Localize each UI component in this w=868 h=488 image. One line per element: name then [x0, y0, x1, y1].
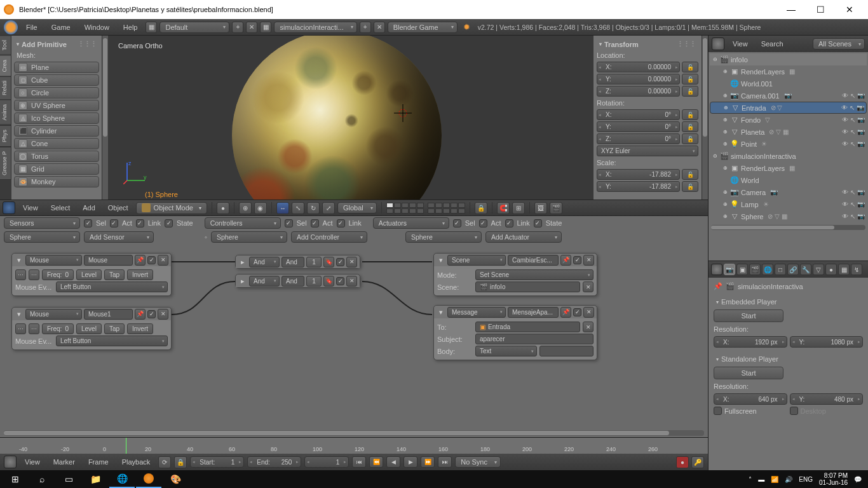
wifi-icon[interactable]: 📶 [771, 476, 778, 483]
scale-y-field[interactable]: Y:-17.882 [597, 181, 680, 192]
render-icon[interactable]: 📷 [857, 92, 865, 99]
pulse-true-icon[interactable]: ⋯ [15, 269, 26, 280]
ctrl-sel-check[interactable] [285, 219, 293, 227]
pulse-false-icon[interactable]: ⋯ [29, 323, 39, 334]
pivot-icon[interactable]: ⊕ [239, 202, 252, 214]
act-state-check[interactable] [534, 219, 542, 227]
vp-menu-add[interactable]: Add [78, 202, 100, 214]
fullscreen-check[interactable] [714, 407, 722, 415]
collapse-icon[interactable]: ▸ [238, 276, 247, 287]
delete-icon[interactable]: ✕ [158, 309, 168, 320]
render-icon[interactable]: 📷 [857, 104, 864, 111]
toolshelf-tab-animation[interactable]: Anima [0, 100, 11, 125]
notifications-icon[interactable]: 💬 [854, 476, 862, 483]
start-frame-field[interactable]: Start:1 [190, 456, 244, 468]
scene-add-icon[interactable]: + [360, 22, 371, 33]
snap-element-icon[interactable]: ⊞ [512, 202, 525, 214]
standalone-start-button[interactable]: Start [714, 367, 783, 379]
embedded-x-field[interactable]: X:1920 px [714, 336, 787, 348]
desktop-check[interactable] [790, 407, 798, 415]
outliner-item[interactable]: ⊖🎬simulacionInteractiva [710, 150, 867, 162]
primitive-uv-sphere-button[interactable]: ⊕UV Sphere [14, 100, 99, 111]
invert-button[interactable]: Invert [127, 269, 153, 280]
texture-tab-icon[interactable]: ▦ [838, 264, 850, 275]
battery-icon[interactable]: ▬ [758, 476, 764, 483]
primitive-torus-button[interactable]: ◯Torus [14, 151, 99, 162]
keyframe-prev-icon[interactable]: ⏪ [369, 456, 383, 468]
pin-icon[interactable]: 📌 [560, 307, 571, 318]
lang-indicator[interactable]: ENG [799, 476, 813, 483]
scale-x-field[interactable]: X:-17.882 [597, 169, 680, 180]
clear-icon[interactable]: ✕ [583, 322, 593, 332]
eye-icon[interactable]: 👁 [841, 104, 848, 111]
chrome-icon[interactable]: 🌐 [109, 470, 135, 488]
ctrl-name-field[interactable]: And [281, 257, 304, 268]
mark-icon[interactable]: 🔖 [323, 276, 334, 287]
controller-object-dropdown[interactable]: Sphere [211, 231, 287, 243]
scene-dropdown[interactable]: simulacionInteracti... [274, 22, 356, 33]
collapse-icon[interactable]: ▸ [238, 257, 247, 268]
toolshelf-tab-tools[interactable]: Tool [0, 36, 11, 55]
render-icon[interactable]: 📷 [857, 116, 865, 123]
play-reverse-icon[interactable]: ◀ [386, 456, 400, 468]
sensor-type-dropdown[interactable]: Mouse [25, 255, 82, 266]
autokey-icon[interactable]: ● [676, 456, 689, 468]
scale-lock-icon[interactable]: 🔓 [682, 181, 698, 192]
outliner-item[interactable]: ⊕📷Camera📷👁↖📷 [710, 186, 867, 198]
level-button[interactable]: Level [76, 323, 102, 334]
subject-field[interactable]: aparecer [475, 334, 593, 344]
standalone-player-header[interactable]: Standalone Player [714, 353, 863, 365]
editor-type-properties-icon[interactable] [711, 264, 722, 275]
blender-taskbar-icon[interactable] [136, 470, 161, 488]
primitive-plane-button[interactable]: ▭Plane [14, 62, 99, 73]
sensor-brick-2[interactable]: ▾MouseMouse1📌✕ ⋯⋯Freq:0LevelTapInvert Mo… [11, 307, 172, 350]
rotation-lock-icon[interactable]: 🔓 [682, 133, 698, 144]
tl-menu-playback[interactable]: Playback [117, 456, 156, 468]
clock[interactable]: 8:07 PM01-Jun-16 [819, 472, 848, 486]
expand-icon[interactable]: ⊖ [712, 153, 718, 159]
add-sensor-dropdown[interactable]: Add Sensor [84, 231, 154, 243]
toolshelf-tab-relations[interactable]: Relati [0, 76, 11, 100]
collapse-icon[interactable]: ▾ [437, 255, 445, 266]
lock-camera-icon[interactable]: 🔒 [475, 202, 487, 214]
add-primitive-header[interactable]: Add Primitive⋮⋮⋮ [14, 38, 99, 50]
transform-panel-header[interactable]: Transform⋮⋮⋮ [597, 38, 698, 50]
sensors-link-check[interactable] [136, 219, 144, 227]
body-text-field[interactable] [539, 346, 593, 356]
eye-icon[interactable]: 👁 [842, 140, 848, 147]
vp-menu-object[interactable]: Object [103, 202, 133, 214]
expand-icon[interactable]: ⊕ [722, 117, 728, 123]
screen-layout-dropdown[interactable]: Default [159, 22, 229, 33]
tl-menu-marker[interactable]: Marker [48, 456, 80, 468]
eye-icon[interactable]: 👁 [842, 213, 848, 220]
timeline-ruler[interactable]: -40-200204060801001201401601802002202402… [0, 438, 708, 454]
toolshelf-tab-create[interactable]: Crea [0, 55, 11, 77]
outliner-item[interactable]: ⊖🎬infoIo [710, 53, 867, 65]
outliner-item[interactable]: ⊕💡Point☀👁↖📷 [710, 138, 867, 150]
location-lock-icon[interactable]: 🔓 [682, 86, 698, 97]
rotation-x-field[interactable]: X:0° [597, 109, 680, 120]
outliner-item[interactable]: ⊕📷Camera.001📷👁↖📷 [710, 90, 867, 102]
menu-help[interactable]: Help [118, 22, 144, 33]
toolshelf-tab-grease[interactable]: Grease P [0, 147, 11, 180]
scene-field[interactable]: 🎬infoIo [475, 281, 580, 292]
render-engine-dropdown[interactable]: Blender Game [388, 22, 458, 33]
expand-icon[interactable]: ⊖ [712, 57, 718, 62]
editor-type-outliner-icon[interactable] [712, 37, 724, 50]
primitive-circle-button[interactable]: ○Circle [14, 87, 99, 98]
controllers-dropdown[interactable]: Controllers [205, 217, 281, 229]
delete-icon[interactable]: ✕ [583, 307, 594, 318]
play-icon[interactable]: ▶ [403, 456, 417, 468]
actuator-brick-message[interactable]: ▾MessageMensajeApa...📌✕ To:▣Entrada✕ Sub… [433, 305, 597, 360]
manipulator-toggle-icon[interactable]: ↔ [276, 202, 289, 214]
npanel-scrollbar[interactable] [702, 36, 708, 200]
primitive-ico-sphere-button[interactable]: ◬Ico Sphere [14, 112, 99, 124]
rotation-lock-icon[interactable]: 🔓 [682, 109, 698, 120]
active-check[interactable] [147, 310, 156, 318]
sensor-name-field[interactable]: Mouse [84, 255, 133, 266]
outliner-item[interactable]: ⊕▣RenderLayers▦ [710, 162, 867, 174]
shading-solid-icon[interactable]: ● [217, 202, 229, 214]
render-icon[interactable]: 📷 [857, 201, 865, 208]
active-check[interactable] [147, 256, 156, 264]
controller-brick-2[interactable]: ▸AndAnd1🔖✕ [235, 274, 360, 288]
